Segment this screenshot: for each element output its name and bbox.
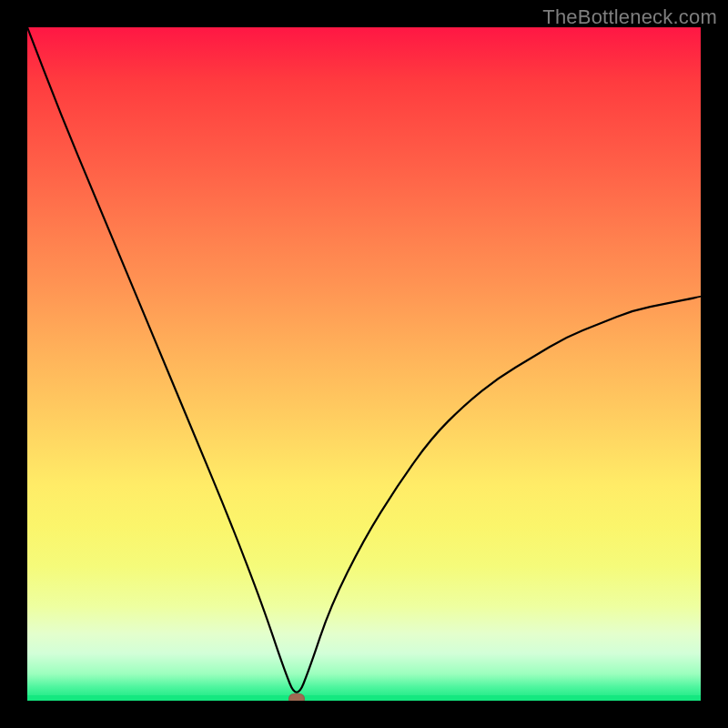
chart-frame: TheBottleneck.com: [0, 0, 728, 728]
plot-area: [27, 27, 701, 701]
optimal-marker: [288, 693, 305, 701]
watermark-text: TheBottleneck.com: [542, 5, 717, 29]
bottleneck-curve: [27, 27, 701, 701]
